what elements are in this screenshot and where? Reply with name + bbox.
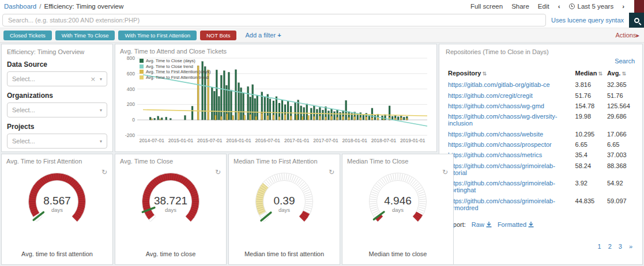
efficiency-filters-panel: Efficiency: Timing Overview Data SourceS…	[1, 44, 113, 152]
breadcrumb-dashboard-link[interactable]: Dashboard	[4, 3, 36, 10]
time-picker[interactable]: Last 5 years	[569, 3, 614, 10]
search-button[interactable]	[629, 13, 644, 28]
page-link[interactable]: »	[629, 243, 632, 250]
legend-item[interactable]: Avg. Time to First Attention (days)	[140, 69, 210, 75]
table-pagination: 123»	[446, 243, 636, 250]
avg-value: 59.097	[605, 195, 636, 212]
filter-pill[interactable]: With Time to First Attention	[118, 31, 197, 40]
repository-link[interactable]: https://github.com/cregit/cregit	[446, 90, 573, 100]
panel-title: Avg. Time to Attend and Close Tickets	[120, 48, 432, 55]
gauge-caption: Median time to close	[347, 250, 449, 262]
panel-title: Efficiency: Timing Overview	[7, 48, 107, 55]
legend-label: Avg. Time to Close (days)	[146, 58, 195, 64]
lucene-syntax-link[interactable]: Uses lucene query syntax	[551, 17, 624, 24]
panel-title: Repositories (Time to Close in Days)	[446, 48, 636, 55]
median-value: 3.92	[573, 178, 605, 195]
repository-link[interactable]: https://github.com/chaoss/metrics	[446, 150, 573, 160]
field-label-projects: Projects	[7, 123, 107, 131]
repository-link[interactable]: https://gitlab.com/gitlab-org/gitlab-ce	[446, 79, 573, 90]
refresh-icon[interactable]: ↻	[329, 168, 334, 176]
legend-item[interactable]: Avg. Time to First Attention trend	[140, 75, 210, 81]
breadcrumb-separator: /	[39, 3, 41, 10]
repository-link[interactable]: https://github.com/chaoss/wg-gmd	[446, 101, 573, 111]
median-value: 58.24	[573, 161, 605, 178]
timing-chart-panel: Avg. Time to Attend and Close Tickets Av…	[115, 44, 437, 152]
table-row: https://github.com/chaoss/wg-gmd154.7812…	[446, 101, 636, 111]
svg-text:200: 200	[127, 101, 135, 107]
legend-item[interactable]: Avg. Time to Close (days)	[140, 58, 210, 64]
table-row: https://github.com/chaoss/grimoirelab-tu…	[446, 161, 636, 178]
page-link[interactable]: 3	[619, 243, 622, 250]
time-forward-button[interactable]: ›	[622, 3, 624, 10]
repository-link[interactable]: https://github.com/chaoss/grimoirelab-tu…	[446, 161, 573, 178]
repository-link[interactable]: https://github.com/chaoss/grimoirelab-so…	[446, 178, 573, 195]
filter-pill[interactable]: With Time To Close	[55, 31, 115, 40]
column-header-repository[interactable]: Repository⇅	[446, 68, 573, 79]
full-screen-button[interactable]: Full screen	[470, 3, 503, 10]
repository-link[interactable]: https://github.com/chaoss/grimoirelab-si…	[446, 195, 573, 212]
top-right-badge[interactable]	[634, 0, 644, 13]
sort-icon: ⇅	[482, 71, 487, 77]
filter-pills: Closed TicketsWith Time To CloseWith Tim…	[3, 31, 236, 40]
filter-pill[interactable]: Closed Tickets	[3, 31, 52, 40]
svg-text:days: days	[165, 207, 176, 213]
panel-title: Avg. Time to First Attention	[6, 158, 108, 165]
table-row: https://github.com/cregit/cregit51.7651.…	[446, 90, 636, 100]
median-value: 6.65	[573, 139, 605, 150]
svg-text:2018-01-01: 2018-01-01	[342, 138, 368, 143]
avg-value: 6.65	[605, 139, 636, 150]
select-data-source[interactable]: Select...×▾	[7, 71, 107, 86]
clear-icon[interactable]: ×	[91, 75, 96, 83]
select-organizations[interactable]: Select...▾	[7, 102, 107, 117]
gauge-panel: Avg. Time to Close↻38.721daysAvg. time t…	[115, 154, 227, 265]
avg-value: 51.76	[605, 90, 636, 100]
table-search-link[interactable]: Search	[446, 58, 635, 64]
search-input[interactable]	[2, 14, 546, 26]
repository-link[interactable]: https://github.com/chaoss/website	[446, 129, 573, 139]
legend-label: Avg. Time to Close trend	[146, 64, 193, 70]
export-formatted-link[interactable]: Formatted	[498, 221, 534, 228]
add-filter-button[interactable]: Add a filter +	[245, 32, 281, 39]
refresh-icon[interactable]: ↻	[215, 168, 221, 176]
select-projects[interactable]: Select...▾	[7, 134, 107, 149]
time-back-button[interactable]: ‹	[558, 3, 560, 10]
legend-item[interactable]: Avg. Time to Close trend	[140, 64, 210, 70]
export-raw-link[interactable]: Raw	[472, 221, 492, 228]
sort-icon: ⇅	[598, 71, 602, 77]
topbar-actions: Full screen Share Edit ‹ Last 5 years ›	[470, 0, 644, 13]
repository-link[interactable]: https://github.com/chaoss/prospector	[446, 139, 573, 150]
page-link[interactable]: 1	[598, 243, 601, 250]
gauge-chart: 38.721days	[120, 167, 221, 234]
median-value: 154.78	[573, 101, 605, 111]
page-link[interactable]: 2	[608, 243, 612, 250]
edit-button[interactable]: Edit	[538, 3, 549, 10]
svg-text:2014-07-01: 2014-07-01	[139, 138, 164, 143]
panel-title: Median Time to Close	[347, 158, 449, 165]
actions-menu[interactable]: Actions▸	[615, 32, 639, 39]
column-header-median[interactable]: Median⇅	[573, 68, 605, 79]
svg-text:800: 800	[127, 55, 135, 61]
chevron-down-icon: ▾	[100, 139, 102, 144]
column-header-avg[interactable]: Avg.⇅	[605, 68, 636, 79]
avg-value: 29.686	[605, 111, 636, 128]
legend-label: Avg. Time to First Attention (days)	[146, 69, 210, 75]
share-button[interactable]: Share	[511, 3, 529, 10]
plus-icon: +	[277, 32, 281, 39]
refresh-icon[interactable]: ↻	[101, 168, 107, 176]
add-filter-label: Add a filter	[245, 32, 276, 39]
repository-link[interactable]: https://github.com/chaoss/wg-diversity-i…	[446, 111, 573, 128]
filter-pill[interactable]: NOT Bots	[200, 31, 237, 40]
svg-text:0: 0	[132, 117, 135, 123]
refresh-icon[interactable]: ↻	[442, 168, 448, 176]
sort-icon: ⇅	[622, 71, 626, 77]
svg-text:2016-01-01: 2016-01-01	[226, 138, 251, 143]
svg-text:days: days	[392, 207, 404, 213]
legend-swatch	[140, 70, 144, 74]
avg-value: 17.066	[605, 129, 636, 139]
avg-value: 125.564	[605, 101, 636, 111]
gauge-chart: 4.946days	[347, 167, 449, 234]
legend-swatch	[140, 64, 144, 69]
actions-label: Actions	[615, 32, 636, 39]
table-row: https://github.com/chaoss/prospector6.65…	[446, 139, 636, 150]
median-value: 35.4	[573, 150, 605, 160]
